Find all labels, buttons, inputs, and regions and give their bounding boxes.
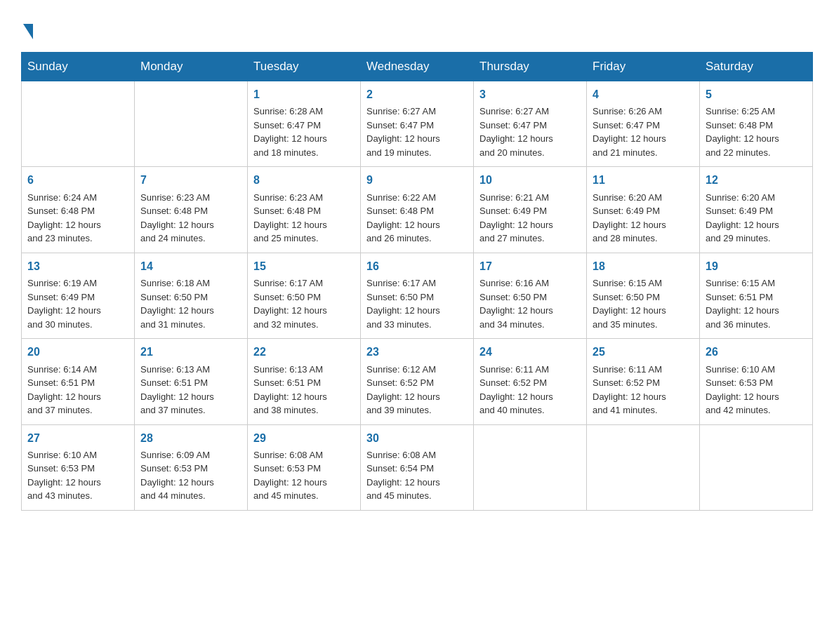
day-number: 16	[366, 259, 468, 274]
calendar-week-row: 13Sunrise: 6:19 AM Sunset: 6:49 PM Dayli…	[22, 253, 813, 338]
day-number: 28	[140, 431, 241, 446]
weekday-header-thursday: Thursday	[474, 53, 587, 81]
calendar-cell: 9Sunrise: 6:22 AM Sunset: 6:48 PM Daylig…	[361, 167, 474, 253]
weekday-header-monday: Monday	[135, 53, 248, 81]
calendar-cell: 19Sunrise: 6:15 AM Sunset: 6:51 PM Dayli…	[700, 253, 813, 338]
logo-arrow-icon	[23, 24, 33, 39]
weekday-header-tuesday: Tuesday	[248, 53, 361, 81]
day-info: Sunrise: 6:08 AM Sunset: 6:54 PM Dayligh…	[366, 448, 468, 503]
day-info: Sunrise: 6:11 AM Sunset: 6:52 PM Dayligh…	[479, 363, 581, 417]
day-number: 19	[706, 259, 807, 274]
calendar-cell: 12Sunrise: 6:20 AM Sunset: 6:49 PM Dayli…	[700, 167, 813, 253]
day-number: 11	[593, 173, 694, 188]
day-info: Sunrise: 6:13 AM Sunset: 6:51 PM Dayligh…	[140, 363, 241, 417]
calendar-cell: 27Sunrise: 6:10 AM Sunset: 6:53 PM Dayli…	[22, 424, 135, 510]
day-info: Sunrise: 6:17 AM Sunset: 6:50 PM Dayligh…	[366, 276, 468, 331]
calendar-cell: 15Sunrise: 6:17 AM Sunset: 6:50 PM Dayli…	[248, 253, 361, 338]
day-number: 26	[706, 344, 807, 360]
day-info: Sunrise: 6:08 AM Sunset: 6:53 PM Dayligh…	[253, 448, 355, 503]
day-number: 1	[253, 87, 355, 102]
calendar-header: SundayMondayTuesdayWednesdayThursdayFrid…	[22, 53, 813, 81]
calendar-cell: 11Sunrise: 6:20 AM Sunset: 6:49 PM Dayli…	[587, 167, 700, 253]
day-info: Sunrise: 6:22 AM Sunset: 6:48 PM Dayligh…	[366, 191, 468, 246]
day-info: Sunrise: 6:13 AM Sunset: 6:51 PM Dayligh…	[253, 363, 355, 417]
day-number: 23	[366, 344, 468, 360]
day-info: Sunrise: 6:10 AM Sunset: 6:53 PM Dayligh…	[27, 448, 128, 503]
calendar-week-row: 1Sunrise: 6:28 AM Sunset: 6:47 PM Daylig…	[22, 81, 813, 167]
weekday-header-sunday: Sunday	[22, 53, 135, 81]
day-info: Sunrise: 6:23 AM Sunset: 6:48 PM Dayligh…	[140, 191, 241, 246]
calendar-cell: 30Sunrise: 6:08 AM Sunset: 6:54 PM Dayli…	[361, 424, 474, 510]
logo	[21, 21, 33, 38]
calendar-week-row: 6Sunrise: 6:24 AM Sunset: 6:48 PM Daylig…	[22, 167, 813, 253]
calendar-cell: 4Sunrise: 6:26 AM Sunset: 6:47 PM Daylig…	[587, 81, 700, 167]
day-number: 25	[593, 344, 694, 360]
calendar-cell: 24Sunrise: 6:11 AM Sunset: 6:52 PM Dayli…	[474, 339, 587, 424]
day-info: Sunrise: 6:09 AM Sunset: 6:53 PM Dayligh…	[140, 448, 241, 503]
day-number: 17	[479, 259, 581, 274]
calendar-cell: 6Sunrise: 6:24 AM Sunset: 6:48 PM Daylig…	[22, 167, 135, 253]
day-info: Sunrise: 6:20 AM Sunset: 6:49 PM Dayligh…	[593, 191, 694, 246]
calendar-cell: 13Sunrise: 6:19 AM Sunset: 6:49 PM Dayli…	[22, 253, 135, 338]
day-number: 5	[706, 87, 807, 102]
calendar-cell: 25Sunrise: 6:11 AM Sunset: 6:52 PM Dayli…	[587, 339, 700, 424]
weekday-header-row: SundayMondayTuesdayWednesdayThursdayFrid…	[22, 53, 813, 81]
day-number: 21	[140, 344, 241, 360]
calendar-cell: 18Sunrise: 6:15 AM Sunset: 6:50 PM Dayli…	[587, 253, 700, 338]
calendar-cell: 7Sunrise: 6:23 AM Sunset: 6:48 PM Daylig…	[135, 167, 248, 253]
calendar-cell: 22Sunrise: 6:13 AM Sunset: 6:51 PM Dayli…	[248, 339, 361, 424]
day-info: Sunrise: 6:20 AM Sunset: 6:49 PM Dayligh…	[706, 191, 807, 246]
day-info: Sunrise: 6:27 AM Sunset: 6:47 PM Dayligh…	[366, 105, 468, 159]
day-number: 9	[366, 173, 468, 188]
calendar-cell: 2Sunrise: 6:27 AM Sunset: 6:47 PM Daylig…	[361, 81, 474, 167]
day-number: 24	[479, 344, 581, 360]
day-number: 6	[27, 173, 128, 188]
calendar-body: 1Sunrise: 6:28 AM Sunset: 6:47 PM Daylig…	[22, 81, 813, 511]
day-number: 3	[479, 87, 581, 102]
day-info: Sunrise: 6:16 AM Sunset: 6:50 PM Dayligh…	[479, 276, 581, 331]
calendar-week-row: 27Sunrise: 6:10 AM Sunset: 6:53 PM Dayli…	[22, 424, 813, 510]
day-info: Sunrise: 6:27 AM Sunset: 6:47 PM Dayligh…	[479, 105, 581, 159]
calendar-cell: 21Sunrise: 6:13 AM Sunset: 6:51 PM Dayli…	[135, 339, 248, 424]
day-number: 7	[140, 173, 241, 188]
day-info: Sunrise: 6:21 AM Sunset: 6:49 PM Dayligh…	[479, 191, 581, 246]
day-info: Sunrise: 6:15 AM Sunset: 6:50 PM Dayligh…	[593, 276, 694, 331]
day-number: 2	[366, 87, 468, 102]
weekday-header-wednesday: Wednesday	[361, 53, 474, 81]
day-info: Sunrise: 6:12 AM Sunset: 6:52 PM Dayligh…	[366, 363, 468, 417]
calendar-cell: 1Sunrise: 6:28 AM Sunset: 6:47 PM Daylig…	[248, 81, 361, 167]
calendar-cell	[700, 424, 813, 510]
calendar-cell	[587, 424, 700, 510]
day-info: Sunrise: 6:18 AM Sunset: 6:50 PM Dayligh…	[140, 276, 241, 331]
calendar-table: SundayMondayTuesdayWednesdayThursdayFrid…	[21, 52, 813, 511]
day-info: Sunrise: 6:15 AM Sunset: 6:51 PM Dayligh…	[706, 276, 807, 331]
day-number: 18	[593, 259, 694, 274]
weekday-header-friday: Friday	[587, 53, 700, 81]
day-number: 12	[706, 173, 807, 188]
day-info: Sunrise: 6:25 AM Sunset: 6:48 PM Dayligh…	[706, 105, 807, 159]
day-info: Sunrise: 6:26 AM Sunset: 6:47 PM Dayligh…	[593, 105, 694, 159]
calendar-cell: 10Sunrise: 6:21 AM Sunset: 6:49 PM Dayli…	[474, 167, 587, 253]
day-info: Sunrise: 6:19 AM Sunset: 6:49 PM Dayligh…	[27, 276, 128, 331]
day-number: 4	[593, 87, 694, 102]
calendar-cell: 20Sunrise: 6:14 AM Sunset: 6:51 PM Dayli…	[22, 339, 135, 424]
calendar-cell: 26Sunrise: 6:10 AM Sunset: 6:53 PM Dayli…	[700, 339, 813, 424]
calendar-cell: 28Sunrise: 6:09 AM Sunset: 6:53 PM Dayli…	[135, 424, 248, 510]
calendar-cell: 3Sunrise: 6:27 AM Sunset: 6:47 PM Daylig…	[474, 81, 587, 167]
calendar-cell: 17Sunrise: 6:16 AM Sunset: 6:50 PM Dayli…	[474, 253, 587, 338]
day-info: Sunrise: 6:28 AM Sunset: 6:47 PM Dayligh…	[253, 105, 355, 159]
calendar-cell: 23Sunrise: 6:12 AM Sunset: 6:52 PM Dayli…	[361, 339, 474, 424]
page-header	[21, 14, 813, 38]
day-number: 8	[253, 173, 355, 188]
calendar-cell: 29Sunrise: 6:08 AM Sunset: 6:53 PM Dayli…	[248, 424, 361, 510]
day-number: 22	[253, 344, 355, 360]
day-info: Sunrise: 6:11 AM Sunset: 6:52 PM Dayligh…	[593, 363, 694, 417]
day-info: Sunrise: 6:24 AM Sunset: 6:48 PM Dayligh…	[27, 191, 128, 246]
calendar-cell	[22, 81, 135, 167]
day-info: Sunrise: 6:10 AM Sunset: 6:53 PM Dayligh…	[706, 363, 807, 417]
weekday-header-saturday: Saturday	[700, 53, 813, 81]
day-info: Sunrise: 6:17 AM Sunset: 6:50 PM Dayligh…	[253, 276, 355, 331]
day-info: Sunrise: 6:23 AM Sunset: 6:48 PM Dayligh…	[253, 191, 355, 246]
day-info: Sunrise: 6:14 AM Sunset: 6:51 PM Dayligh…	[27, 363, 128, 417]
calendar-cell: 14Sunrise: 6:18 AM Sunset: 6:50 PM Dayli…	[135, 253, 248, 338]
